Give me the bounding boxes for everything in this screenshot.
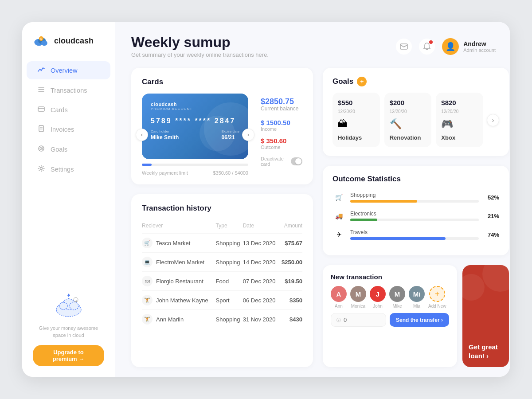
amount-cell: $19.50 — [279, 272, 302, 291]
avatar-item[interactable]: J John — [370, 286, 386, 309]
type-cell: Shopping — [216, 234, 243, 253]
goal-date: 12/20/20 — [338, 109, 355, 114]
receiver-cell: 🍽 Fiorgio Restaurant — [142, 272, 216, 291]
main-area: Weekly sumup Get summary of your weekly … — [115, 22, 510, 377]
limit-text: Weekly payment limit — [142, 170, 188, 176]
add-goal-button[interactable]: + — [357, 77, 367, 86]
new-transaction-row: New transaction A Ann M Monica J John M … — [323, 265, 509, 367]
receiver-cell: 🏋 John Mathew Kayne — [142, 291, 216, 310]
card-footer: Card holder Mike Smith Expire date 06/21 — [151, 129, 239, 141]
user-info[interactable]: 👤 Andrew Admin account — [442, 38, 496, 55]
notification-button[interactable] — [419, 39, 435, 55]
avatar-circle: M — [350, 286, 366, 302]
tx-icon: 🏋 — [142, 314, 153, 325]
svg-point-16 — [40, 168, 43, 170]
amount-cell: $430 — [279, 310, 302, 329]
svg-point-2 — [41, 40, 47, 46]
stat-bar-bg — [350, 219, 479, 221]
goal-name: Renovation — [390, 134, 421, 141]
sidebar-item-settings[interactable]: Settings — [27, 160, 110, 178]
avatar-item[interactable]: M Monica — [350, 286, 366, 309]
mail-button[interactable] — [396, 39, 412, 55]
date-cell: 07 Dec 2020 — [243, 272, 279, 291]
limit-value: $350.60 / $4000 — [213, 170, 248, 176]
type-cell: Shopping — [216, 253, 243, 272]
avatar-item[interactable]: Mi Mia — [409, 286, 425, 309]
sidebar: $ cloudcash Overview — [22, 22, 115, 377]
logo-text: cloudcash — [54, 36, 94, 46]
outcome-stats-section: Outcome Statistics 🛒 Shoppping 52% 🚚 Ele… — [323, 166, 509, 255]
col-amount: Amount — [279, 220, 302, 234]
send-transfer-button[interactable]: Send the transfer › — [390, 313, 449, 327]
logo-area: $ cloudcash — [22, 35, 115, 61]
card-progress-area: Weekly payment limit $350.60 / $4000 — [142, 164, 248, 176]
tx-input-row: $ Send the transfer › — [331, 313, 449, 327]
stat-icon: 🚚 — [332, 209, 346, 223]
type-cell: Shopping — [216, 310, 243, 329]
table-row[interactable]: 🍽 Fiorgio Restaurant Food 07 Dec 2020 $1… — [142, 272, 302, 291]
table-row[interactable]: 🛒 Tesco Market Shopping 13 Dec 2020 $75.… — [142, 234, 302, 253]
sidebar-item-cards[interactable]: Cards — [27, 101, 110, 118]
left-column: Cards ‹ cloudcash PREMIUM ACCOUNT 5789 *… — [131, 68, 313, 367]
sidebar-item-goals[interactable]: Goals — [27, 140, 110, 158]
stat-icon: 🛒 — [332, 191, 346, 204]
col-type: Type — [216, 220, 243, 234]
right-column: Goals + $550 12/20/20 🏔 Holidays $200 12… — [323, 68, 509, 367]
goal-card[interactable]: $820 12/20/20 🎮 Xbox — [436, 93, 483, 147]
stat-pct: 52% — [483, 194, 499, 201]
receiver-cell: 💻 ElectroMen Market — [142, 253, 216, 272]
app-container: $ cloudcash Overview — [22, 22, 510, 377]
avatar-name: Mike — [392, 304, 402, 309]
amount-cell: $75.67 — [279, 234, 302, 253]
avatar-item[interactable]: M Mike — [389, 286, 405, 309]
sidebar-item-invoices[interactable]: Invoices — [27, 120, 110, 138]
page-subtitle: Get summary of your weekly online transa… — [131, 51, 269, 58]
invoices-icon — [37, 125, 45, 133]
type-cell: Food — [216, 272, 243, 291]
amount-input[interactable] — [344, 317, 380, 323]
add-new-avatar[interactable]: + Add New — [428, 286, 446, 309]
sidebar-item-overview[interactable]: Overview — [27, 61, 110, 79]
goals-title: Goals — [332, 77, 353, 86]
card-expiry-info: Expire date 06/21 — [222, 129, 239, 141]
goal-card[interactable]: $550 12/20/20 🏔 Holidays — [332, 93, 380, 147]
table-row[interactable]: 💻 ElectroMen Market Shopping 14 Dec 2020… — [142, 253, 302, 272]
col-date: Date — [243, 220, 279, 234]
goal-card[interactable]: $200 12/20/20 🔨 Renovation — [384, 93, 432, 147]
notification-dot — [429, 40, 433, 44]
stat-row: ✈ Travels 74% — [332, 228, 499, 241]
overview-icon — [37, 66, 45, 74]
promo-text: Give your money awesome space in cloud — [33, 325, 104, 339]
goal-amount: $200 — [390, 99, 404, 106]
stats-title: Outcome Statistics — [332, 175, 499, 184]
deactivate-area: Deactivate card — [261, 156, 302, 167]
carousel-prev-button[interactable]: ‹ — [136, 129, 148, 141]
tx-icon: 🏋 — [142, 295, 153, 305]
sidebar-item-transactions[interactable]: Transactions — [27, 81, 110, 99]
goals-header: Goals + — [332, 77, 499, 86]
carousel-next-button[interactable]: › — [242, 129, 254, 141]
new-tx-title: New transaction — [331, 273, 449, 281]
goal-name: Xbox — [441, 134, 455, 141]
table-row[interactable]: 🏋 Ann Marlin Shopping 31 Nov 2020 $430 — [142, 310, 302, 329]
receiver-cell: 🏋 Ann Marlin — [142, 310, 216, 329]
progress-bar-fill — [142, 164, 152, 166]
goal-icon: 🏔 — [338, 118, 348, 130]
tx-icon: 🛒 — [142, 238, 153, 248]
income-label: Income — [261, 126, 302, 132]
avatar-circle: J — [370, 286, 386, 302]
receiver-cell: 🛒 Tesco Market — [142, 234, 216, 253]
stat-bar-area: Travels — [350, 229, 479, 240]
goals-next-button[interactable]: › — [487, 114, 499, 126]
avatar-circle: Mi — [409, 286, 425, 302]
avatar-item[interactable]: A Ann — [331, 286, 347, 309]
deactivate-toggle[interactable] — [291, 157, 302, 165]
nav-label-goals: Goals — [51, 146, 67, 153]
amount-cell: $350 — [279, 291, 302, 310]
upgrade-button[interactable]: Upgrade to premium → — [33, 345, 104, 366]
add-avatar-button[interactable]: + — [429, 286, 445, 302]
nav-items: Overview Transactions — [22, 61, 115, 282]
nav-label-cards: Cards — [51, 106, 68, 113]
table-row[interactable]: 🏋 John Mathew Kayne Sport 06 Dec 2020 $3… — [142, 291, 302, 310]
loan-card[interactable]: Get great loan! › — [462, 265, 509, 367]
